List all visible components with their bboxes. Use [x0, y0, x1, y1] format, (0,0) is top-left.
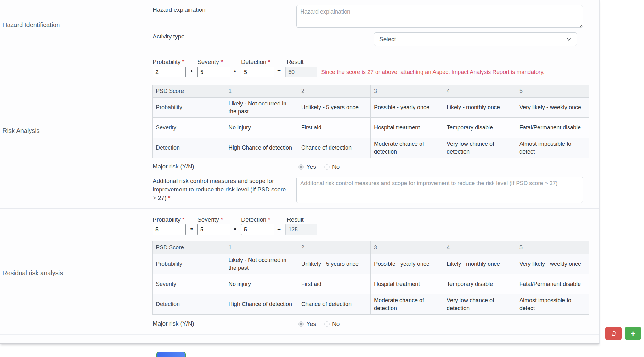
required-mark: *	[221, 216, 223, 223]
psd-header-cell: 1	[225, 85, 298, 98]
section-title-hazard-identification: Hazard Identification	[3, 21, 60, 29]
psd-cell: High Chance of detection	[225, 294, 298, 314]
required-mark: *	[182, 216, 184, 223]
severity-input[interactable]	[197, 67, 230, 77]
radio-selected-icon	[298, 164, 304, 170]
activity-type-select[interactable]: Select	[374, 32, 577, 46]
delete-row-button[interactable]	[605, 327, 622, 340]
psd-cell: First aid	[298, 274, 371, 294]
psd-cell: Possible - yearly once	[371, 98, 443, 118]
additional-risk-control-textarea[interactable]	[296, 177, 583, 203]
psd-header-cell: 5	[516, 241, 589, 254]
section-title-residual-risk-analysis: Residual risk analysis	[3, 269, 63, 277]
psd-cell: No injury	[225, 118, 298, 138]
psd-cell: First aid	[298, 118, 371, 138]
psd-row-label: Probability	[153, 98, 225, 118]
psd-header-cell: 1	[225, 241, 298, 254]
psd-cell: Very low chance of detection	[443, 138, 516, 158]
psd-row-label: Severity	[153, 118, 225, 138]
hazard-explanation-textarea[interactable]	[296, 5, 583, 28]
multiply-operator: *	[234, 226, 236, 233]
psd-score-table: PSD Score12345 ProbabilityLikely - Not o…	[152, 85, 589, 158]
detection-input[interactable]	[241, 67, 274, 77]
major-risk-radio-group: Yes No	[298, 320, 340, 327]
score-warning-text: Since the score is 27 or above, attachin…	[321, 69, 545, 76]
detection-input[interactable]	[241, 224, 274, 235]
psd-cell: Hospital treatment	[371, 118, 443, 138]
plus-icon: +	[630, 329, 635, 337]
table-row: DetectionHigh Chance of detectionChance …	[153, 294, 589, 314]
radio-unselected-icon	[324, 321, 330, 327]
psd-cell: Possible - yearly once	[371, 254, 443, 274]
detection-label: Detection*	[241, 59, 270, 65]
table-row: ProbabilityLikely - Not occurred in the …	[153, 98, 589, 118]
psd-row-label: Detection	[153, 294, 225, 314]
activity-type-selected-value: Select	[379, 36, 396, 43]
major-risk-radio-group: Yes No	[298, 163, 340, 170]
psd-header-cell: 2	[298, 85, 371, 98]
additional-risk-control-label: Additonal risk control measures and scop…	[153, 177, 286, 202]
psd-header-cell: 4	[443, 85, 516, 98]
table-row: DetectionHigh Chance of detectionChance …	[153, 138, 589, 158]
activity-type-label: Activity type	[153, 33, 184, 40]
severity-label: Severity*	[197, 216, 223, 223]
table-row: SeverityNo injuryFirst aidHospital treat…	[153, 274, 589, 294]
psd-header-cell: 4	[443, 241, 516, 254]
psd-cell: Very low chance of detection	[443, 294, 516, 314]
equals-operator: =	[277, 68, 281, 75]
psd-cell: Almost impossible to detect	[516, 138, 589, 158]
psd-row-label: Detection	[153, 138, 225, 158]
section-divider	[0, 334, 599, 335]
table-row: ProbabilityLikely - Not occurred in the …	[153, 254, 589, 274]
risk-assessment-page: Hazard Identification Hazard explainatio…	[0, 0, 644, 357]
radio-unselected-icon	[324, 164, 330, 170]
probability-input[interactable]	[153, 224, 186, 235]
required-mark: *	[268, 59, 270, 65]
major-risk-no-radio[interactable]: No	[324, 320, 340, 327]
section-title-risk-analysis: Risk Analysis	[3, 127, 40, 134]
multiply-operator: *	[190, 69, 193, 76]
psd-row-label: Probability	[153, 254, 225, 274]
psd-cell: Unlikely - 5 years once	[298, 98, 371, 118]
section-divider	[0, 208, 599, 209]
result-input	[285, 224, 317, 235]
severity-input[interactable]	[197, 224, 230, 235]
major-risk-no-radio[interactable]: No	[324, 163, 340, 170]
psd-cell: Almost impossible to detect	[516, 294, 589, 314]
multiply-operator: *	[190, 226, 193, 233]
psd-cell: Fatal/Permanent disable	[516, 274, 589, 294]
psd-header-cell: 3	[371, 85, 443, 98]
radio-selected-icon	[298, 321, 304, 327]
hazard-explanation-label: Hazard explaination	[153, 6, 206, 13]
psd-cell: Moderate chance of detection	[371, 138, 443, 158]
psd-cell: No injury	[225, 274, 298, 294]
psd-cell: Very likely - weekly once	[516, 254, 589, 274]
result-label: Result	[287, 59, 304, 65]
chevron-down-icon	[565, 36, 572, 43]
add-row-button[interactable]: +	[625, 327, 641, 340]
table-row: SeverityNo injuryFirst aidHospital treat…	[153, 118, 589, 138]
submit-button[interactable]	[156, 352, 186, 357]
psd-cell: Chance of detection	[298, 294, 371, 314]
severity-label: Severity*	[197, 59, 223, 65]
major-risk-yes-radio[interactable]: Yes	[298, 163, 316, 170]
psd-cell: Likely - monthly once	[443, 98, 516, 118]
required-mark: *	[182, 59, 184, 65]
required-mark: *	[268, 216, 270, 223]
psd-cell: Temporary disable	[443, 274, 516, 294]
psd-cell: Temporary disable	[443, 118, 516, 138]
probability-label: Probability*	[153, 216, 184, 223]
major-risk-yes-radio[interactable]: Yes	[298, 320, 316, 327]
equals-operator: =	[277, 225, 281, 232]
result-input	[285, 67, 317, 77]
psd-cell: Very likely - weekly once	[516, 98, 589, 118]
psd-table-header-row: PSD Score12345	[153, 241, 589, 254]
probability-input[interactable]	[153, 67, 186, 77]
psd-cell: Moderate chance of detection	[371, 294, 443, 314]
trash-icon	[611, 331, 617, 337]
psd-cell: Likely - Not occurred in the past	[225, 254, 298, 274]
psd-header-cell: PSD Score	[153, 241, 225, 254]
psd-header-cell: 2	[298, 241, 371, 254]
psd-cell: Likely - Not occurred in the past	[225, 98, 298, 118]
psd-header-cell: 3	[371, 241, 443, 254]
